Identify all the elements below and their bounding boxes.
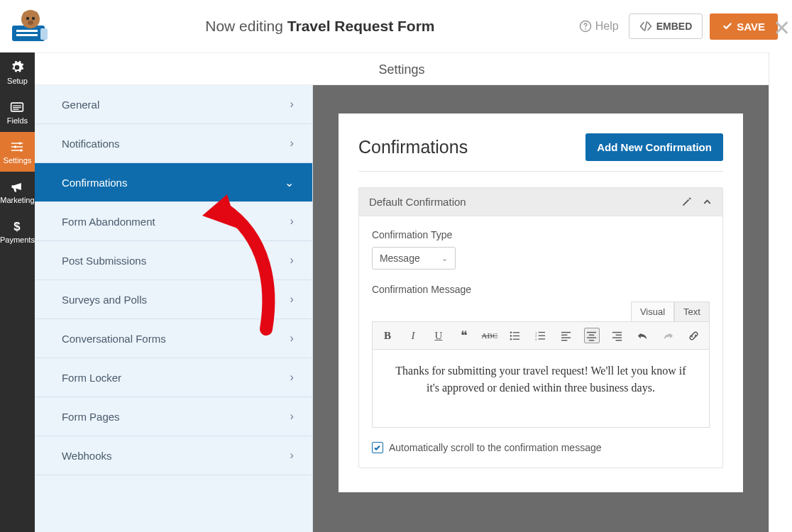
sidebar-item-payments[interactable]: $ Payments [0,211,35,251]
svg-text:$: $ [14,219,21,233]
svg-rect-15 [13,109,19,109]
svg-text:3: 3 [535,338,537,341]
svg-rect-13 [13,105,22,106]
svg-rect-35 [561,340,567,340]
chevron-right-icon: › [290,293,294,306]
sidebar-item-setup[interactable]: Setup [0,52,35,92]
save-button[interactable]: SAVE [710,13,778,40]
bold-button[interactable]: B [380,328,395,343]
svg-rect-41 [616,334,622,335]
nav-notifications[interactable]: Notifications› [35,124,312,163]
svg-rect-3 [16,34,38,36]
svg-point-24 [510,338,512,339]
align-left-button[interactable] [559,328,574,343]
undo-button[interactable] [635,328,651,343]
pencil-icon[interactable] [681,196,692,207]
nav-surveys-polls[interactable]: Surveys and Polls› [35,280,312,319]
help-link[interactable]: Help [579,20,619,33]
sliders-icon [9,140,25,154]
chevron-right-icon: › [290,410,294,423]
type-label: Confirmation Type [372,229,710,240]
check-icon [722,21,732,31]
editing-label: Now editing Travel Request Form [61,18,579,35]
quote-button[interactable]: ❝ [456,328,472,343]
redo-button[interactable] [661,328,676,343]
svg-point-7 [26,17,29,20]
divider [358,171,723,172]
confirmation-card: Default Confirmation Confirmation Type M… [358,187,723,468]
svg-rect-14 [13,107,22,108]
svg-rect-21 [513,332,519,333]
autoscroll-label: Automatically scroll to the confirmation… [389,442,602,453]
nav-form-pages[interactable]: Form Pages› [35,397,312,436]
chevron-down-icon: ⌄ [441,254,448,263]
check-icon [373,444,381,452]
autoscroll-checkbox[interactable] [372,442,383,453]
strikethrough-button[interactable]: ABC [482,328,497,343]
svg-rect-1 [40,28,48,40]
code-icon [639,21,652,31]
close-icon[interactable]: ✕ [769,16,792,40]
svg-rect-43 [616,340,622,340]
chevron-down-icon: ⌄ [285,176,294,189]
chevron-right-icon: › [290,449,294,462]
numbered-list-button[interactable]: 123 [533,328,549,343]
bullet-list-button[interactable] [507,328,523,343]
megaphone-icon [9,179,25,194]
nav-conversational-forms[interactable]: Conversational Forms› [35,319,312,358]
svg-rect-27 [539,331,545,332]
app-logo [0,0,61,52]
svg-rect-37 [589,334,595,335]
panel-heading: Confirmations [358,137,468,157]
underline-button[interactable]: U [431,328,446,343]
nav-post-submissions[interactable]: Post Submissions› [35,241,312,280]
align-center-button[interactable] [584,328,600,343]
svg-rect-38 [587,337,596,338]
confirmation-type-select[interactable]: Message ⌄ [372,247,456,270]
add-confirmation-button[interactable]: Add New Confirmation [585,133,723,161]
sidebar-item-fields[interactable]: Fields [0,92,35,132]
svg-point-17 [14,145,16,148]
list-icon [9,100,25,114]
align-right-button[interactable] [610,328,625,343]
svg-point-9 [28,21,33,25]
chevron-right-icon: › [290,254,294,267]
nav-general[interactable]: General› [35,85,312,124]
chevron-right-icon: › [290,98,294,111]
message-label: Confirmation Message [372,284,710,295]
embed-button[interactable]: EMBED [629,13,703,39]
tab-visual[interactable]: Visual [631,301,674,321]
nav-confirmations[interactable]: Confirmations⌄ [35,163,312,202]
chevron-up-icon[interactable] [702,196,713,207]
svg-rect-36 [587,331,596,332]
main-sidebar: Setup Fields Settings Marketing $ Paymen… [0,52,35,532]
svg-point-16 [19,142,21,144]
chevron-right-icon: › [290,215,294,228]
svg-rect-32 [561,331,571,332]
link-button[interactable] [686,328,702,343]
svg-rect-42 [612,337,622,338]
nav-form-abandonment[interactable]: Form Abandonment› [35,202,312,241]
svg-rect-39 [589,340,595,340]
editor-toolbar: B I U ❝ ABC 123 [372,321,710,350]
nav-webhooks[interactable]: Webhooks› [35,436,312,475]
sidebar-item-marketing[interactable]: Marketing [0,172,35,211]
dollar-icon: $ [9,219,25,233]
svg-rect-31 [539,338,545,339]
italic-button[interactable]: I [405,328,421,343]
svg-rect-34 [561,337,571,338]
chevron-right-icon: › [290,137,294,150]
svg-point-18 [21,149,23,151]
settings-nav: General› Notifications› Confirmations⌄ F… [35,85,313,532]
chevron-right-icon: › [290,371,294,384]
gear-icon [9,60,25,74]
card-title: Default Confirmation [369,196,466,208]
sidebar-item-settings[interactable]: Settings [0,132,35,172]
nav-form-locker[interactable]: Form Locker› [35,358,312,397]
page-title: Settings [35,52,769,85]
svg-rect-40 [612,331,622,332]
chevron-right-icon: › [290,332,294,345]
message-editor[interactable]: Thanks for submitting your travel reques… [372,350,710,428]
svg-rect-2 [16,30,38,32]
tab-text[interactable]: Text [674,301,710,321]
